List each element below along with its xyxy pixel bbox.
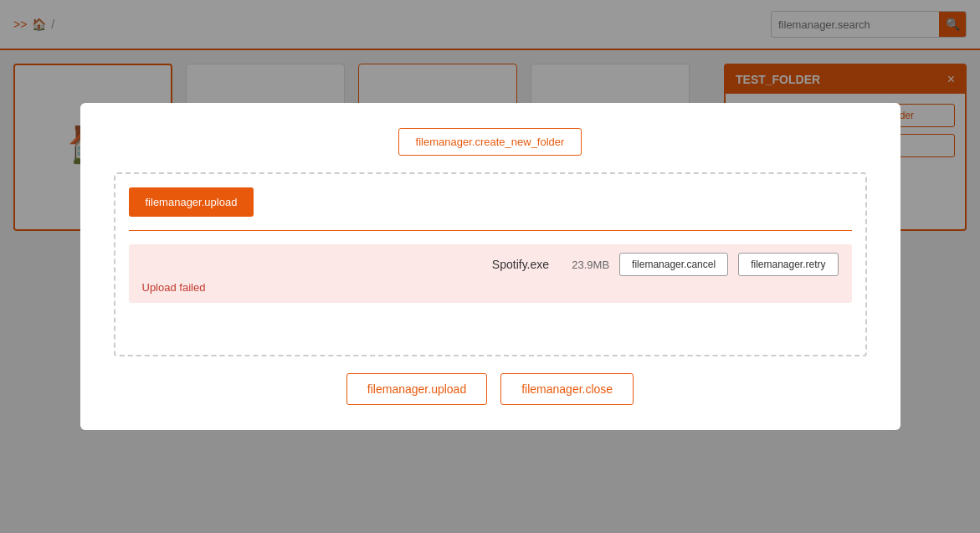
upload-divider (129, 230, 852, 231)
file-status: Upload failed (142, 279, 839, 295)
file-row-content: Spotify.exe 23.9MB filemanager.cancel fi… (142, 253, 839, 295)
modal-overlay: filemanager.create_new_folder filemanage… (0, 0, 980, 533)
modal-footer: filemanager.upload filemanager.close (346, 373, 634, 405)
create-folder-button[interactable]: filemanager.create_new_folder (398, 128, 582, 156)
file-name: Spotify.exe (142, 258, 550, 271)
file-row-top: Spotify.exe 23.9MB filemanager.cancel fi… (142, 253, 839, 276)
upload-drop-area: filemanager.upload Spotify.exe 23.9MB fi… (114, 172, 867, 356)
file-upload-row: Spotify.exe 23.9MB filemanager.cancel fi… (129, 244, 852, 303)
upload-modal: filemanager.create_new_folder filemanage… (80, 103, 900, 430)
file-size: 23.9MB (559, 259, 609, 271)
modal-upload-button[interactable]: filemanager.upload (346, 373, 487, 405)
upload-files-button[interactable]: filemanager.upload (129, 187, 254, 217)
cancel-upload-button[interactable]: filemanager.cancel (619, 253, 728, 276)
retry-upload-button[interactable]: filemanager.retry (738, 253, 838, 276)
modal-close-button[interactable]: filemanager.close (500, 373, 634, 405)
